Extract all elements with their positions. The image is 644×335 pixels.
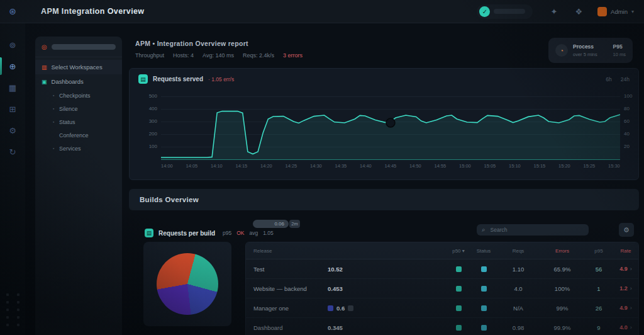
clock-icon: ◔ bbox=[555, 44, 568, 57]
build-cell: 0.345 bbox=[328, 324, 446, 331]
p50-cell: N/A bbox=[496, 305, 540, 312]
rate-cell: 1.2 › bbox=[613, 285, 638, 292]
chart-panel-icon: ▤ bbox=[138, 74, 148, 84]
status-badge-cyan bbox=[481, 286, 487, 292]
status-badge-teal bbox=[456, 305, 462, 311]
rail-item-settings[interactable]: ⚙ bbox=[0, 120, 25, 141]
sidebar: ◎ ▥ Select Workspaces ▣ Dashboards ▪ Che… bbox=[35, 37, 122, 335]
icon-rail: ⊚⊕▦⊞⚙↻ bbox=[0, 23, 25, 335]
table-header-cell[interactable]: Errors bbox=[540, 248, 584, 254]
app-title: APM Integration Overview bbox=[41, 7, 145, 16]
services-panel-icon: ▤ bbox=[145, 229, 153, 237]
x-axis-tick: 14:35 bbox=[335, 163, 347, 169]
user-menu[interactable]: Admin ▾ bbox=[597, 7, 634, 16]
rail-item-apps[interactable]: ⊞ bbox=[0, 98, 25, 120]
build-value: 0.345 bbox=[328, 324, 343, 331]
table-row[interactable]: Dashboard 0.345 0.98 99.9% 9 4.0 › bbox=[246, 318, 638, 335]
range-option[interactable]: 6h bbox=[606, 76, 611, 82]
status-badge-cyan bbox=[481, 305, 487, 311]
page-meta-item: Avg: 140 ms bbox=[203, 52, 234, 59]
y-axis-left-tick: 200 bbox=[136, 131, 157, 137]
chart-panel-header: ▤ Requests served · 1.05 err/s 6h24h bbox=[130, 69, 638, 84]
search-input[interactable] bbox=[489, 226, 584, 234]
sidebar-subitem-label: Silence bbox=[59, 106, 78, 112]
build-value: 10.52 bbox=[328, 266, 343, 273]
sidebar-subitem[interactable]: ▪ Status bbox=[35, 115, 122, 128]
rail-item-explore[interactable]: ⊕ bbox=[0, 55, 25, 77]
page-meta-item: Reqs: 2.4k/s bbox=[243, 52, 274, 59]
requests-line-chart bbox=[161, 89, 620, 159]
sidebar-subitem[interactable]: ▪ Checkpoints bbox=[35, 89, 122, 102]
table-header-cell[interactable]: p50 ▾ bbox=[446, 248, 471, 254]
table-header-cell[interactable]: Reqs bbox=[496, 248, 540, 254]
release-name-cell: Manager one bbox=[246, 305, 328, 312]
rail-footer-dots bbox=[6, 293, 19, 326]
topbar-actions: ✓ ✦❖ Admin ▾ bbox=[477, 4, 644, 19]
p50-cell: 4.0 bbox=[496, 285, 540, 292]
table-settings-button[interactable]: ⚙ bbox=[619, 223, 634, 237]
workspace-icon: ◎ bbox=[42, 43, 47, 50]
x-axis-tick: 14:45 bbox=[385, 163, 397, 169]
sidebar-subitem[interactable]: ▪ Silence bbox=[35, 102, 122, 115]
build-cell: 0.453 bbox=[328, 285, 446, 292]
sidebar-subitem[interactable]: Conference bbox=[35, 128, 122, 142]
sidebar-subitem-label: Status bbox=[59, 119, 75, 125]
row-expand-chevron[interactable]: › bbox=[630, 305, 632, 311]
table-row[interactable]: Test 10.52 1.10 65.9% 56 4.9 › bbox=[246, 259, 638, 279]
user-name: Admin bbox=[611, 8, 628, 15]
bullet-icon: ▪ bbox=[53, 93, 59, 98]
services-panel-header: ▤ Requests per build p95OKavg1.05 bbox=[145, 229, 274, 237]
table-header-cell[interactable]: Release bbox=[246, 248, 328, 254]
table-row[interactable]: Website — backend 0.453 4.0 100% 1 1.2 › bbox=[246, 279, 638, 298]
releases-table: Releasep50 ▾StatusReqsErrorsp95Rate Test… bbox=[245, 242, 639, 335]
errors-cell: 99% bbox=[540, 305, 584, 312]
x-axis-tick: 14:55 bbox=[435, 163, 447, 169]
y-axis-right-tick: 40 bbox=[624, 131, 644, 137]
sparkle-icon[interactable]: ✦ bbox=[550, 7, 557, 16]
x-axis-tick: 14:15 bbox=[236, 163, 248, 169]
y-axis-left-tick: 400 bbox=[136, 106, 157, 111]
filter-interval-button[interactable]: 2m bbox=[289, 220, 300, 228]
workspace-selector[interactable]: ◎ bbox=[35, 37, 122, 57]
x-axis-tick: 15:30 bbox=[608, 163, 620, 169]
table-header-cell[interactable]: Rate bbox=[613, 248, 638, 254]
bullet-icon: ▪ bbox=[53, 120, 59, 124]
rail-item-sync[interactable]: ↻ bbox=[0, 141, 25, 162]
x-axis-tick: 14:05 bbox=[186, 163, 198, 169]
services-meta-item: OK bbox=[236, 230, 244, 236]
build-value: 0.453 bbox=[328, 285, 343, 292]
summary-card: ◔ Process over 5 mins P95 10 ms bbox=[548, 38, 633, 63]
range-option[interactable]: 24h bbox=[621, 76, 630, 82]
release-name-cell: Website — backend bbox=[246, 285, 328, 292]
sidebar-subitem[interactable]: ▪ Services bbox=[35, 142, 122, 155]
services-search[interactable]: ⌕ bbox=[477, 224, 589, 236]
x-axis-tick: 14:30 bbox=[310, 163, 322, 169]
page-header: APM • Integration Overview report Throug… bbox=[135, 40, 303, 59]
table-header-cell[interactable]: p95 bbox=[584, 248, 613, 254]
row-expand-chevron[interactable]: › bbox=[630, 324, 632, 331]
release-name-cell: Dashboard bbox=[246, 324, 328, 331]
row-expand-chevron[interactable]: › bbox=[630, 285, 632, 292]
summary-secondary-label: P95 bbox=[613, 43, 626, 50]
x-axis-tick: 14:00 bbox=[161, 163, 173, 169]
services-meta-row: p95OKavg1.05 bbox=[223, 230, 274, 236]
status-pill[interactable]: ✓ bbox=[477, 4, 533, 19]
table-row[interactable]: Manager one 0.6 N/A 99% 26 4.9 › bbox=[246, 298, 638, 318]
p50-status-cell bbox=[446, 325, 471, 331]
p50-status-cell bbox=[446, 286, 471, 292]
errors-cell: 65.9% bbox=[540, 266, 584, 273]
rail-item-dashboards[interactable]: ▦ bbox=[0, 77, 25, 98]
build-distribution-card bbox=[143, 242, 231, 326]
summary-primary-label: Process bbox=[573, 43, 597, 50]
sidebar-item[interactable]: ▥ Select Workspaces bbox=[35, 60, 122, 74]
apps-icon[interactable]: ❖ bbox=[575, 7, 582, 16]
rail-item-home[interactable]: ⊚ bbox=[0, 34, 25, 55]
sidebar-item-label: Select Workspaces bbox=[52, 64, 103, 71]
table-header-cell[interactable]: Status bbox=[471, 248, 496, 254]
filter-value-pill[interactable]: 0.06 bbox=[253, 220, 289, 228]
status-badge-cyan bbox=[481, 325, 487, 331]
status-pill-label bbox=[494, 9, 525, 14]
sidebar-item[interactable]: ▣ Dashboards bbox=[35, 74, 122, 89]
page-meta-row: ThroughputHosts: 4Avg: 140 msReqs: 2.4k/… bbox=[135, 52, 303, 59]
row-expand-chevron[interactable]: › bbox=[630, 266, 632, 272]
